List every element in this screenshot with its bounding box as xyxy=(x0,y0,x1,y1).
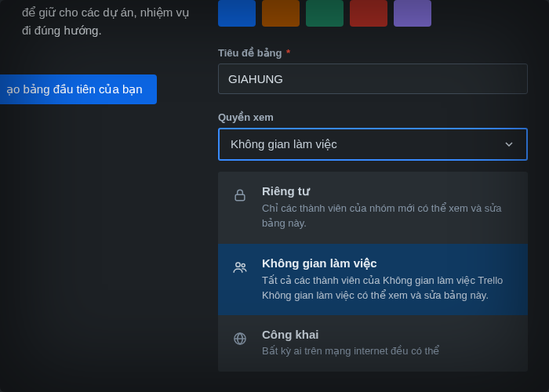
visibility-dropdown: Riêng tư Chỉ các thành viên của nhóm mới… xyxy=(218,172,528,372)
option-title: Riêng tư xyxy=(262,184,514,198)
swatch-orange[interactable] xyxy=(262,0,300,27)
lock-icon xyxy=(232,187,249,203)
swatch-green[interactable] xyxy=(306,0,344,27)
background-color-swatches xyxy=(218,0,528,27)
board-title-input[interactable] xyxy=(218,64,528,94)
create-first-board-button[interactable]: ạo bảng đầu tiên của bạn xyxy=(0,74,157,104)
option-title: Không gian làm việc xyxy=(262,256,514,270)
svg-point-1 xyxy=(236,263,240,267)
option-desc: Tất cả các thành viên của Không gian làm… xyxy=(262,274,514,303)
svg-rect-0 xyxy=(235,194,245,201)
swatch-blue[interactable] xyxy=(218,0,256,27)
required-marker: * xyxy=(286,47,290,59)
visibility-option-public[interactable]: Công khai Bất kỳ ai trên mạng internet đ… xyxy=(218,315,528,372)
create-board-panel: Tiêu đề bảng * Quyền xem Không gian làm … xyxy=(218,0,528,372)
sidebar-description: để giữ cho các dự án, nhiệm vụ đi đúng h… xyxy=(0,0,200,40)
option-title: Công khai xyxy=(262,328,439,341)
board-title-label: Tiêu đề bảng * xyxy=(218,47,528,59)
visibility-option-private[interactable]: Riêng tư Chỉ các thành viên của nhóm mới… xyxy=(218,172,528,244)
option-desc: Bất kỳ ai trên mạng internet đều có thể xyxy=(262,344,439,359)
chevron-down-icon xyxy=(503,138,515,151)
swatch-red[interactable] xyxy=(350,0,387,27)
option-desc: Chỉ các thành viên của nhóm mới có thể x… xyxy=(262,201,514,231)
visibility-selected-value: Không gian làm việc xyxy=(231,137,337,151)
board-title-label-text: Tiêu đề bảng xyxy=(218,47,282,59)
visibility-select[interactable]: Không gian làm việc xyxy=(218,128,528,161)
visibility-label: Quyền xem xyxy=(218,111,528,123)
swatch-purple[interactable] xyxy=(394,0,431,27)
globe-icon xyxy=(232,331,249,347)
people-icon xyxy=(232,260,249,275)
svg-point-2 xyxy=(242,263,245,267)
visibility-option-workspace[interactable]: Không gian làm việc Tất cả các thành viê… xyxy=(218,244,528,316)
